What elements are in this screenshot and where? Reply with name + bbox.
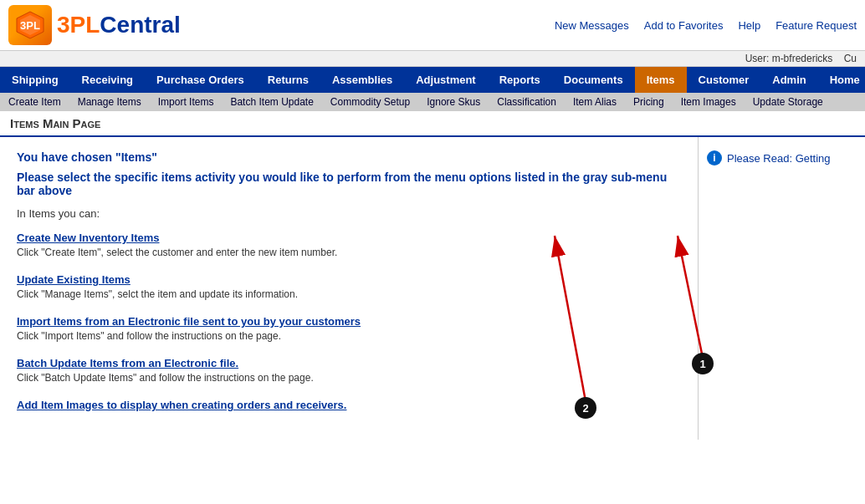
nav-receiving[interactable]: Receiving bbox=[70, 67, 145, 93]
logo-area: 3PL 3PLCentral bbox=[8, 5, 181, 45]
item-images-link[interactable]: Add Item Images to display when creating… bbox=[17, 399, 346, 411]
subnav-batch-item-update[interactable]: Batch Item Update bbox=[222, 93, 321, 111]
section-update-items: Update Existing Items Click "Manage Item… bbox=[17, 273, 681, 300]
nav-returns[interactable]: Returns bbox=[256, 67, 320, 93]
subnav-manage-items[interactable]: Manage Items bbox=[69, 93, 150, 111]
update-items-desc: Click "Manage Items", selct the item and… bbox=[17, 288, 681, 300]
content-area: You have chosen "Items" Please select th… bbox=[0, 137, 865, 440]
update-items-link[interactable]: Update Existing Items bbox=[17, 273, 131, 286]
sidebar: i Please Read: Getting bbox=[698, 137, 865, 440]
subnav-import-items[interactable]: Import Items bbox=[150, 93, 223, 111]
logo-central: Central bbox=[100, 12, 180, 38]
new-messages-link[interactable]: New Messages bbox=[555, 19, 629, 32]
nav-assemblies[interactable]: Assemblies bbox=[320, 67, 404, 93]
header: 3PL 3PLCentral New Messages Add to Favor… bbox=[0, 0, 865, 51]
batch-update-link[interactable]: Batch Update Items from an Electronic fi… bbox=[17, 357, 238, 369]
nav-purchase-orders[interactable]: Purchase Orders bbox=[145, 67, 256, 93]
logo-icon: 3PL bbox=[8, 5, 52, 45]
user-suffix: Cu bbox=[844, 53, 857, 64]
create-inventory-desc: Click "Create Item", select the customer… bbox=[17, 247, 681, 258]
subnav-pricing[interactable]: Pricing bbox=[625, 93, 673, 111]
page-title: Items Main Page bbox=[10, 116, 855, 130]
content-heading2: Please select the specific items activit… bbox=[17, 171, 681, 197]
nav-adjustment[interactable]: Adjustment bbox=[404, 67, 488, 93]
section-create-inventory: Create New Inventory Items Click "Create… bbox=[17, 232, 681, 258]
main-content: You have chosen "Items" Please select th… bbox=[0, 137, 698, 440]
svg-text:3PL: 3PL bbox=[20, 19, 40, 32]
section-batch-update: Batch Update Items from an Electronic fi… bbox=[17, 357, 681, 384]
please-read-text: Please Read: Getting bbox=[727, 152, 831, 165]
section-import-items: Import Items from an Electronic file sen… bbox=[17, 315, 681, 342]
nav-customer[interactable]: Customer bbox=[687, 67, 761, 93]
create-inventory-link[interactable]: Create New Inventory Items bbox=[17, 232, 160, 244]
content-heading1: You have chosen "Items" bbox=[17, 150, 681, 164]
feature-request-link[interactable]: Feature Request bbox=[775, 19, 857, 32]
batch-update-desc: Click "Batch Update Items" and follow th… bbox=[17, 372, 681, 384]
subnav-create-item[interactable]: Create Item bbox=[0, 93, 69, 111]
nav-shipping[interactable]: Shipping bbox=[0, 67, 70, 93]
subnav-classification[interactable]: Classification bbox=[489, 93, 565, 111]
main-nav: Shipping Receiving Purchase Orders Retur… bbox=[0, 67, 865, 93]
nav-admin[interactable]: Admin bbox=[760, 67, 817, 93]
nav-home[interactable]: Home bbox=[818, 67, 865, 93]
logo-3pl: 3PL bbox=[57, 12, 100, 38]
import-items-link[interactable]: Import Items from an Electronic file sen… bbox=[17, 315, 361, 328]
subnav-commodity-setup[interactable]: Commodity Setup bbox=[322, 93, 418, 111]
please-read: i Please Read: Getting bbox=[707, 150, 857, 165]
nav-items[interactable]: Items bbox=[635, 67, 687, 93]
nav-reports[interactable]: Reports bbox=[488, 67, 552, 93]
subnav-update-storage[interactable]: Update Storage bbox=[745, 93, 832, 111]
import-items-desc: Click "Import Items" and follow the inst… bbox=[17, 330, 681, 342]
info-icon: i bbox=[707, 150, 722, 165]
nav-documents[interactable]: Documents bbox=[552, 67, 635, 93]
section-item-images: Add Item Images to display when creating… bbox=[17, 399, 681, 411]
subnav-item-images[interactable]: Item Images bbox=[673, 93, 745, 111]
help-link[interactable]: Help bbox=[738, 19, 760, 32]
subnav-item-alias[interactable]: Item Alias bbox=[565, 93, 625, 111]
subnav-ignore-skus[interactable]: Ignore Skus bbox=[418, 93, 489, 111]
sub-nav: Create Item Manage Items Import Items Ba… bbox=[0, 93, 865, 111]
logo-text: 3PLCentral bbox=[57, 12, 181, 38]
content-intro: In Items you can: bbox=[17, 207, 681, 220]
add-favorites-link[interactable]: Add to Favorites bbox=[644, 19, 724, 32]
page-title-bar: Items Main Page bbox=[0, 111, 865, 137]
user-bar: User: m-bfredericks Cu bbox=[0, 51, 865, 67]
top-links: New Messages Add to Favorites Help Featu… bbox=[555, 19, 857, 32]
user-label: User: m-bfredericks bbox=[745, 53, 833, 64]
